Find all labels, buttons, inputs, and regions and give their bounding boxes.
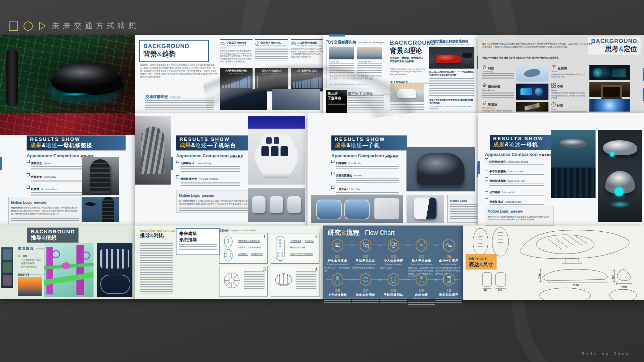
- structure-wheel: [52, 250, 60, 258]
- feature-item: 没有设置座位 No Seat: [331, 172, 400, 183]
- text-skeleton: [435, 299, 462, 305]
- sunrise-photo: [18, 277, 42, 296]
- future-vehicle-render: [51, 62, 123, 95]
- flow-step-6: 06 上升对接母机: [324, 273, 351, 305]
- chart-bar: [233, 82, 236, 88]
- scheme-diagram: [273, 235, 287, 262]
- wrench-icon: [482, 101, 487, 105]
- feature-item: 无障碍设计 Universal design: [176, 159, 241, 173]
- musk-quote: Elon Musk为我们汽车设想了一个 “停车场乘游乐设施和煤矿轨道运输车的结合…: [429, 71, 474, 76]
- flow-step-4: 04 踏入子机扫描 Get on and scan detection 踏进子机…: [408, 238, 435, 278]
- interchange-photo: [272, 89, 320, 110]
- motion-logic-text: 运营时间内,母机保持匀速运动状态,通过大数据等方面的运用,调整子机搭乘与卸载,实…: [488, 215, 551, 221]
- text-skeleton: [347, 95, 384, 110]
- text-skeleton: [244, 271, 264, 290]
- text-skeleton: [390, 104, 424, 110]
- thumb: [3, 249, 12, 260]
- red-car-photo: [429, 47, 474, 69]
- pod-shape: [274, 137, 279, 144]
- chart-bar: [242, 78, 245, 88]
- item-desc: 互联网的便利带动着物联网的升级,人机交互更为便捷方便。: [551, 73, 587, 78]
- chart-bar: [225, 85, 227, 88]
- mothership-shape: [603, 140, 637, 155]
- engine-glow: [610, 152, 615, 157]
- structure-pod: [61, 262, 70, 269]
- kicker: BACKGROUND: [143, 43, 205, 49]
- mothership-renders: [598, 130, 642, 222]
- pattern-shape: [100, 275, 130, 294]
- pod-shape: [271, 146, 278, 156]
- income-chart: 居民人均可支配收入 城镇居民人均可支配收入(元): [255, 68, 288, 91]
- text-skeleton: [324, 299, 351, 305]
- results-title-band: RESULTS SHOW 成果&论述—母机: [490, 135, 561, 150]
- pod-sketch-shape: [374, 198, 399, 219]
- feature-item: 扫描模块 Scan Module: [331, 159, 400, 170]
- motion-logic-text: 由于母机机身较大,不宜进行迂回的设计,因此子机主要定位为为乘客提供起始站点至子机…: [179, 200, 257, 206]
- triangle-icon: [39, 21, 46, 30]
- air-paragraph: 通过上述报道,我们可以发现在飞天的梦想上,在现今科技快速发展的时代,未来飞行交通…: [329, 74, 382, 80]
- population-icon: [291, 41, 296, 45]
- flow-step-5: 05 出行卡片显示 Information display 出行卡片显示最优路径…: [435, 238, 462, 275]
- flow-step-9: $ 09 自动扣费 Automatic deduction: [408, 273, 435, 307]
- bird-rider-illustration: [516, 65, 548, 82]
- wifi-icon: [551, 64, 557, 69]
- bar-chart: [292, 75, 322, 88]
- red-car-shape: [435, 55, 461, 63]
- tower-silhouette: [6, 49, 18, 107]
- building-icon: [443, 273, 455, 286]
- credit-text: Made by Chen: [581, 351, 630, 357]
- clock-icon: [551, 102, 556, 107]
- scheme-card-3: 3: [219, 266, 268, 296]
- id-card-icon: [387, 238, 400, 252]
- car-icon: [220, 41, 225, 45]
- cylinder-tower-render: [82, 157, 119, 195]
- transparent-pod-shape: [316, 200, 342, 219]
- pod-blue-render: [311, 195, 403, 223]
- engine-glow: [610, 201, 630, 208]
- chart-bar: [228, 84, 230, 88]
- text-skeleton: [429, 78, 474, 97]
- board-deduction-contrast: Deduction And Contrast 推导&对比 未来建筑 形态推导 方…: [135, 226, 323, 299]
- theory-lead: 公共出行、新能源、新科技对未来交通产生巨大的影响: [390, 56, 425, 63]
- results-title-band: RESULTS SHOW 成果&论述—子机: [331, 135, 407, 150]
- driverless-car-photo: [390, 83, 424, 102]
- feature-item: 一扇安全门 One Gate: [331, 185, 400, 196]
- station-pods-render: [248, 188, 305, 222]
- air-note: Air traffic will be possible in the futu…: [329, 83, 366, 86]
- deduce-title-box: BACKGROUND 推导&猜想: [27, 228, 78, 243]
- white-car-shape: [397, 89, 416, 98]
- chart-bar: [319, 77, 321, 88]
- board-flow-chart: 研究&流程 Flow Chart 01 产生出行需求 Sb want to go…: [323, 226, 463, 299]
- moneybag-icon: $: [255, 41, 259, 46]
- chart-bar: [245, 77, 248, 88]
- edge-tab: [643, 88, 644, 101]
- dimension-length: 3168: [573, 284, 579, 287]
- tower-shape: [90, 159, 110, 193]
- appearance-heading: Appearance Comparison 外观&展示: [485, 151, 552, 157]
- square-icon: [9, 21, 18, 31]
- position-intro2: 将建立一个涵盖了 科技·能源·互联网·制造业·空间·时间 的未来多维空间公共交通…: [482, 56, 595, 59]
- revolution-book-cover: 第三次 工业革命: [326, 90, 347, 113]
- edge-tab: [171, 157, 173, 170]
- item-desc: 单维度的空间利用率不再满足人们的需求,对空间的利用会向天上和地下寻求多维度的发展…: [551, 92, 587, 100]
- appearance-heading: Appearance Comparison 外观&展示: [331, 153, 398, 159]
- population-chart: 人口数量(单位:万人) 人口数量(单位:万人): [291, 68, 324, 91]
- measure-title-block: Measure 表达&尺寸: [466, 254, 497, 270]
- chart-bar: [257, 76, 271, 88]
- tower-scene-render: [82, 197, 119, 222]
- board-results-repair-tower: RESULTS SHOW 成果&论述—母机修整楼 Appearance Comp…: [0, 113, 135, 226]
- text-skeleton: [255, 48, 288, 61]
- edge-tab: [0, 157, 2, 170]
- gadget-screen: [520, 88, 532, 95]
- chart-bar: [311, 79, 313, 88]
- future-form-box: 未来建筑 形态推导: [176, 228, 220, 255]
- appearance-heading: Appearance Comparison 外观&展示: [176, 153, 243, 159]
- results-title-band: RESULTS SHOW 成果&论述—母机修整楼: [27, 135, 126, 150]
- pod-shape: [281, 146, 288, 156]
- board-deduce-guess: BACKGROUND 推导&猜想 建筑猜想 Building guess 猜想一…: [0, 226, 135, 299]
- photo-caption: Terrafugia TF-X: [357, 60, 373, 63]
- photo-caption: Lilium Jet: [329, 60, 339, 63]
- dimension-small-b: 280: [498, 289, 502, 291]
- grid-icon: [551, 83, 556, 88]
- pod-icon: [387, 273, 400, 286]
